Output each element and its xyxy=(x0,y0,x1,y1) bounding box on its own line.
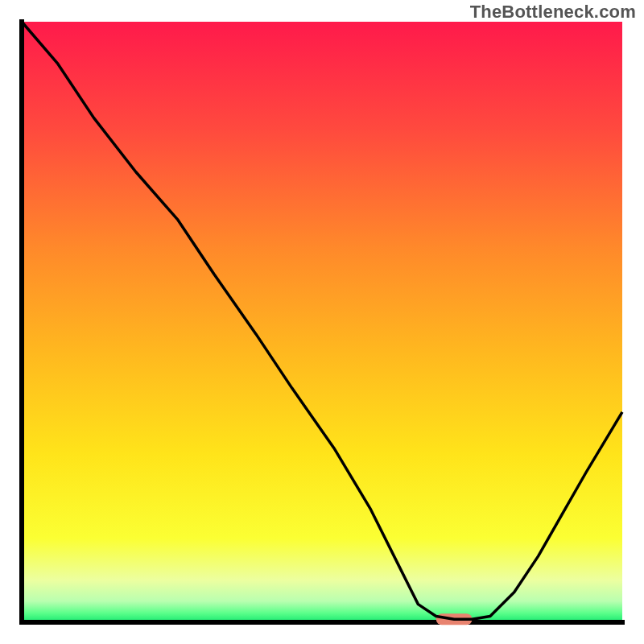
watermark-text: TheBottleneck.com xyxy=(470,2,636,23)
chart-container: TheBottleneck.com xyxy=(0,0,644,644)
gradient-background xyxy=(22,22,622,622)
bottleneck-chart xyxy=(0,0,644,644)
